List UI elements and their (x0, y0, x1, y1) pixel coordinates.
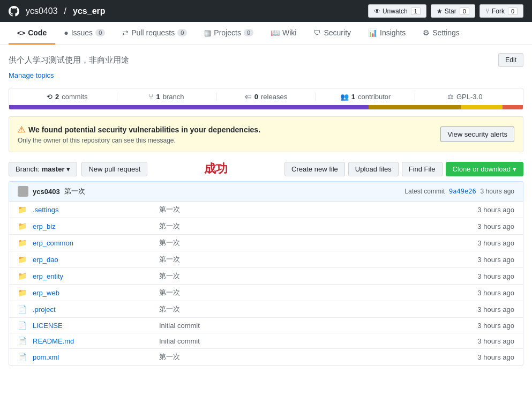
releases-stat[interactable]: 🏷 0 releases (216, 93, 316, 101)
file-time: 3 hours ago (461, 353, 514, 361)
tab-projects[interactable]: ▦ Projects 0 (196, 22, 262, 44)
file-controls: Branch: master ▾ New pull request 成功 Cre… (9, 161, 523, 177)
nav-tabs-list: <> Code ● Issues 0 ⇄ Pull requests 0 ▦ P… (9, 22, 523, 44)
create-new-file-button[interactable]: Create new file (284, 162, 345, 176)
unwatch-icon: 👁 (374, 8, 380, 15)
file-time: 3 hours ago (461, 206, 514, 214)
repo-name[interactable]: ycs_erp (73, 6, 106, 16)
commits-count: 2 (55, 93, 59, 101)
contributors-label: contributor (358, 93, 391, 101)
alert-subtitle: Only the owner of this repository can se… (18, 137, 260, 144)
settings-icon: ⚙ (423, 28, 430, 37)
folder-icon: 📁 (18, 272, 28, 280)
file-icon: 📄 (18, 305, 28, 314)
folder-icon: 📁 (18, 288, 28, 297)
commits-label: commits (62, 93, 87, 101)
edit-description-button[interactable]: Edit (498, 53, 523, 67)
view-security-alerts-button[interactable]: View security alerts (440, 126, 514, 142)
repo-separator: / (64, 6, 66, 16)
fork-count: 0 (508, 8, 518, 15)
fork-button[interactable]: ⑂ Fork 0 (479, 4, 523, 18)
find-file-button[interactable]: Find File (402, 162, 443, 176)
chevron-down-icon: ▾ (66, 165, 70, 173)
file-name[interactable]: erp_common (33, 239, 151, 247)
branch-area: Branch: master ▾ New pull request (9, 162, 147, 176)
branches-label: branch (163, 93, 184, 101)
tab-security[interactable]: 🛡 Security (305, 22, 359, 44)
tab-wiki-label: Wiki (282, 28, 296, 37)
file-commit-message: 第一次 (151, 238, 461, 248)
tab-issues-label: Issues (71, 28, 93, 37)
unwatch-button[interactable]: 👁 Unwatch 1 (368, 4, 426, 18)
tab-pull-requests[interactable]: ⇄ Pull requests 0 (114, 22, 196, 44)
new-pull-request-button[interactable]: New pull request (81, 162, 147, 176)
fork-label: Fork (492, 8, 505, 15)
file-commit-message: 第一次 (151, 221, 461, 231)
file-time: 3 hours ago (461, 272, 514, 280)
file-time: 3 hours ago (461, 337, 514, 345)
file-name[interactable]: erp_dao (33, 256, 151, 264)
branch-label-text: Branch: (16, 165, 40, 173)
commits-stat[interactable]: ⟲ 2 commits (18, 93, 117, 101)
tab-issues[interactable]: ● Issues 0 (55, 22, 114, 44)
projects-icon: ▦ (204, 28, 211, 37)
wiki-icon: 📖 (271, 28, 280, 37)
commit-time: 3 hours ago (481, 188, 514, 195)
commit-author[interactable]: ycs0403 (33, 188, 60, 196)
avatar (18, 186, 28, 197)
branch-selector-button[interactable]: Branch: master ▾ (9, 162, 77, 176)
file-name[interactable]: LICENSE (33, 322, 151, 330)
star-button[interactable]: ★ Star 0 (431, 4, 475, 18)
releases-count: 0 (254, 93, 258, 101)
table-row: 📁erp_biz第一次3 hours ago (9, 218, 523, 235)
github-icon (9, 6, 19, 17)
license-stat[interactable]: ⚖ GPL-3.0 (415, 93, 514, 101)
file-name[interactable]: .settings (33, 206, 151, 214)
tab-code[interactable]: <> Code (9, 22, 55, 44)
file-commit-message: 第一次 (151, 352, 461, 362)
clone-or-download-button[interactable]: Clone or download ▾ (446, 162, 523, 176)
file-table: 📁.settings第一次3 hours ago📁erp_biz第一次3 hou… (9, 202, 523, 366)
star-count: 0 (460, 8, 469, 15)
file-name[interactable]: .project (33, 305, 151, 314)
header-left: ycs0403 / ycs_erp (9, 6, 106, 17)
file-actions: Create new file Upload files Find File C… (284, 162, 523, 176)
file-time: 3 hours ago (461, 289, 514, 297)
repo-owner[interactable]: ycs0403 (26, 6, 58, 16)
commit-message: 第一次 (64, 187, 85, 196)
file-name[interactable]: erp_biz (33, 222, 151, 230)
tab-settings[interactable]: ⚙ Settings (414, 22, 468, 44)
branch-icon: ⑂ (149, 93, 153, 101)
table-row: 📄pom.xml第一次3 hours ago (9, 349, 523, 365)
file-name[interactable]: erp_entity (33, 272, 151, 280)
file-name[interactable]: README.md (33, 337, 151, 345)
success-text: 成功 (204, 161, 228, 177)
tab-wiki[interactable]: 📖 Wiki (262, 22, 305, 44)
folder-icon: 📁 (18, 205, 28, 214)
stats-row: ⟲ 2 commits ⑂ 1 branch 🏷 0 releases 👥 1 … (9, 88, 523, 105)
language-segment (461, 105, 503, 109)
manage-topics-link[interactable]: Manage topics (9, 71, 523, 79)
branches-stat[interactable]: ⑂ 1 branch (117, 93, 217, 101)
file-name[interactable]: erp_web (33, 289, 151, 297)
tab-projects-label: Projects (214, 28, 241, 37)
branches-count: 1 (156, 93, 160, 101)
tag-icon: 🏷 (245, 93, 252, 101)
file-time: 3 hours ago (461, 222, 514, 230)
people-icon: 👥 (340, 93, 349, 101)
language-segment (503, 105, 523, 109)
language-bar (9, 105, 523, 109)
insights-icon: 📊 (368, 28, 377, 37)
file-name[interactable]: pom.xml (33, 353, 151, 361)
pr-icon: ⇄ (122, 28, 129, 37)
tab-insights[interactable]: 📊 Insights (359, 22, 414, 44)
table-row: 📁erp_entity第一次3 hours ago (9, 268, 523, 285)
file-time: 3 hours ago (461, 322, 514, 330)
folder-icon: 📁 (18, 238, 28, 247)
contributors-stat[interactable]: 👥 1 contributor (316, 93, 416, 101)
security-alert-banner: ⚠ We found potential security vulnerabil… (9, 116, 523, 152)
alert-title: ⚠ We found potential security vulnerabil… (18, 124, 260, 135)
latest-commit-label: Latest commit (404, 188, 445, 195)
commit-sha[interactable]: 9a49e26 (449, 188, 476, 195)
upload-files-button[interactable]: Upload files (348, 162, 399, 176)
